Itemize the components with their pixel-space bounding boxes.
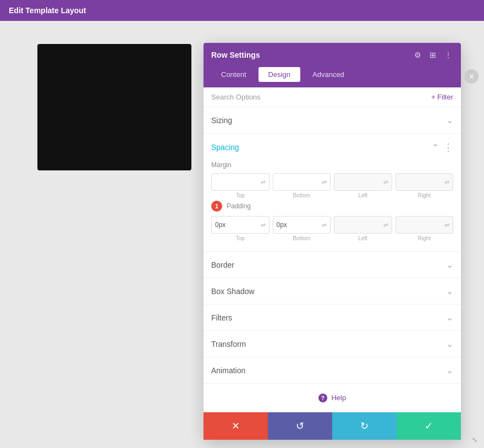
tab-advanced[interactable]: Advanced <box>302 67 354 82</box>
spacing-section-body: Margin ⇌ Top ⇌ Bottom <box>204 156 461 252</box>
padding-bottom-label: Bottom <box>293 235 310 241</box>
section-box-shadow[interactable]: Box Shadow ⌄ <box>204 278 461 305</box>
section-transform[interactable]: Transform ⌄ <box>204 331 461 357</box>
resize-handle[interactable]: ⤡ <box>472 436 480 444</box>
padding-bottom-input-wrapper: ⇌ <box>273 216 331 234</box>
margin-left-input-placeholder: ⇌ <box>334 173 392 191</box>
section-sizing-label: Sizing <box>211 116 232 125</box>
cancel-icon: ✕ <box>232 420 240 432</box>
device-mockup <box>37 44 191 170</box>
margin-left-link-icon[interactable]: ⇌ <box>383 179 388 186</box>
page-title: Edit Template Layout <box>9 6 86 15</box>
redo-icon: ↻ <box>360 420 369 432</box>
padding-left-link-icon[interactable]: ⇌ <box>383 222 388 229</box>
save-icon: ✓ <box>425 420 433 432</box>
help-label: Help <box>331 394 346 402</box>
section-filters-label: Filters <box>211 313 232 322</box>
search-options-label: Search Options <box>211 93 261 101</box>
top-header: Edit Template Layout <box>0 0 484 21</box>
padding-left-label: Left <box>358 235 367 241</box>
tab-design[interactable]: Design <box>258 67 300 82</box>
undo-icon: ↺ <box>296 420 304 432</box>
save-button[interactable]: ✓ <box>397 412 461 440</box>
modal-content[interactable]: Sizing ⌄ Spacing ⌃ ⋮ Margin ⇌ <box>204 107 461 412</box>
help-icon: ? <box>318 394 327 402</box>
padding-left-group: ⇌ Left <box>334 216 392 241</box>
animation-chevron-icon: ⌄ <box>446 365 453 375</box>
section-transform-label: Transform <box>211 340 246 349</box>
section-spacing[interactable]: Spacing ⌃ ⋮ <box>204 134 461 156</box>
margin-bottom-input[interactable] <box>277 178 322 186</box>
margin-top-label: Top <box>236 192 245 198</box>
margin-bottom-label: Bottom <box>293 192 310 198</box>
transform-chevron-icon: ⌄ <box>446 339 453 349</box>
filter-button[interactable]: + Filter <box>431 93 453 101</box>
settings-icon[interactable]: ⚙ <box>413 50 422 60</box>
section-box-shadow-label: Box Shadow <box>211 287 255 296</box>
padding-bottom-group: ⇌ Bottom <box>273 216 331 241</box>
spacing-more-icon[interactable]: ⋮ <box>443 141 453 153</box>
help-row[interactable]: ? Help <box>204 384 461 412</box>
padding-right-label: Right <box>418 235 431 241</box>
padding-top-link-icon[interactable]: ⇌ <box>261 222 266 229</box>
margin-bottom-link-icon[interactable]: ⇌ <box>322 179 327 186</box>
margin-right-link-icon[interactable]: ⇌ <box>444 179 449 186</box>
margin-right-group: ⇌ Right <box>395 173 454 198</box>
padding-top-input-wrapper: ⇌ <box>211 216 270 234</box>
modal-footer: ✕ ↺ ↻ ✓ <box>204 412 461 440</box>
padding-top-label: Top <box>236 235 245 241</box>
margin-bottom-group: ⇌ Bottom <box>273 173 331 198</box>
padding-right-group: ⇌ Right <box>395 216 454 241</box>
sizing-chevron-icon: ⌄ <box>446 115 453 125</box>
canvas-area: ✕ Row Settings ⚙ ⊞ ⋮ Content Design Adva… <box>0 21 484 448</box>
undo-button[interactable]: ↺ <box>268 412 332 440</box>
padding-label: Padding <box>227 202 251 210</box>
section-sizing[interactable]: Sizing ⌄ <box>204 107 461 134</box>
padding-left-input-placeholder: ⇌ <box>334 216 392 234</box>
section-animation[interactable]: Animation ⌄ <box>204 357 461 384</box>
margin-inputs-row: ⇌ Top ⇌ Bottom ⇌ <box>211 173 453 198</box>
tabs-row: Content Design Advanced <box>204 67 461 87</box>
modal-header-icons: ⚙ ⊞ ⋮ <box>413 50 453 60</box>
tab-content[interactable]: Content <box>211 67 256 82</box>
section-spacing-label: Spacing <box>211 143 239 152</box>
margin-left-group: ⇌ Left <box>334 173 392 198</box>
section-animation-label: Animation <box>211 366 245 375</box>
margin-top-link-icon[interactable]: ⇌ <box>261 179 266 186</box>
spacing-chevron-icon: ⌃ <box>432 142 439 153</box>
badge-1: 1 <box>211 201 222 212</box>
more-options-icon[interactable]: ⋮ <box>443 50 453 60</box>
margin-right-label: Right <box>418 192 431 198</box>
spacing-section-icons: ⌃ ⋮ <box>432 141 453 153</box>
padding-top-input[interactable] <box>215 221 261 229</box>
filters-chevron-icon: ⌄ <box>446 312 453 323</box>
margin-top-group: ⇌ Top <box>211 173 270 198</box>
modal-title: Row Settings <box>211 51 260 59</box>
padding-bottom-link-icon[interactable]: ⇌ <box>322 222 327 229</box>
padding-bottom-input[interactable] <box>277 221 322 229</box>
border-chevron-icon: ⌄ <box>446 259 453 270</box>
section-filters[interactable]: Filters ⌄ <box>204 305 461 331</box>
row-settings-modal: Row Settings ⚙ ⊞ ⋮ Content Design Advanc… <box>204 43 461 440</box>
padding-label-row: 1 Padding <box>211 201 453 212</box>
box-shadow-chevron-icon: ⌄ <box>446 286 453 296</box>
padding-inputs-row: ⇌ Top ⇌ Bottom ⇌ <box>211 216 453 241</box>
columns-icon[interactable]: ⊞ <box>428 50 438 60</box>
search-bar: Search Options + Filter <box>204 87 461 107</box>
section-border-label: Border <box>211 261 234 269</box>
margin-top-input[interactable] <box>215 178 261 186</box>
cancel-button[interactable]: ✕ <box>204 412 268 440</box>
margin-right-input-placeholder: ⇌ <box>395 173 454 191</box>
padding-top-group: ⇌ Top <box>211 216 270 241</box>
margin-top-input-wrapper: ⇌ <box>211 173 270 191</box>
margin-label: Margin <box>211 161 453 169</box>
padding-right-link-icon[interactable]: ⇌ <box>444 222 449 229</box>
section-border[interactable]: Border ⌄ <box>204 252 461 278</box>
margin-bottom-input-wrapper: ⇌ <box>273 173 331 191</box>
redo-button[interactable]: ↻ <box>332 412 397 440</box>
modal-header: Row Settings ⚙ ⊞ ⋮ <box>204 43 461 67</box>
canvas-close-button[interactable]: ✕ <box>464 69 479 84</box>
padding-right-input-placeholder: ⇌ <box>395 216 454 234</box>
margin-left-label: Left <box>358 192 367 198</box>
